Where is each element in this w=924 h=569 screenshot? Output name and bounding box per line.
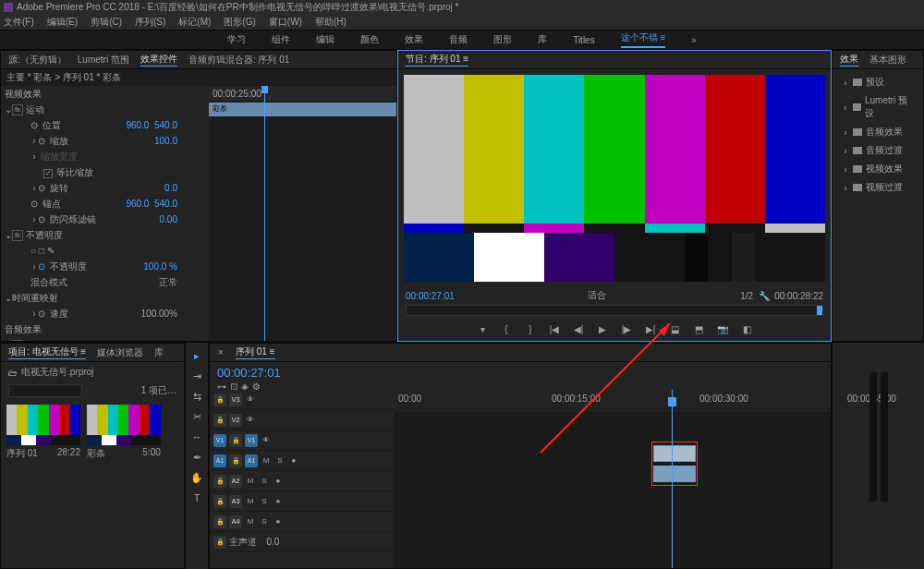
menu-window[interactable]: 窗口(W) xyxy=(269,16,302,29)
track-lock-icon[interactable]: 🔒 xyxy=(229,454,242,467)
fx-badge[interactable]: fx xyxy=(12,104,23,115)
mark-out-icon[interactable]: } xyxy=(524,322,537,335)
export-frame-icon[interactable]: 📷 xyxy=(716,322,729,335)
extract-icon[interactable]: ⬒ xyxy=(692,322,705,335)
media-browser-tab[interactable]: 媒体浏览器 xyxy=(97,346,143,359)
type-tool-icon[interactable]: T xyxy=(189,490,204,505)
stopwatch-icon[interactable]: ⊙ xyxy=(30,120,40,130)
timeline-ruler[interactable]: 00:00 00:00:15:00 00:00:30:00 00:00:45:0… xyxy=(395,390,831,412)
track-output-icon[interactable]: 👁 xyxy=(261,435,272,446)
menu-help[interactable]: 帮助(H) xyxy=(315,16,346,29)
menu-clip[interactable]: 剪辑(C) xyxy=(91,16,122,29)
v3-target[interactable]: V3 xyxy=(229,393,242,406)
stopwatch-icon[interactable]: ⊙ xyxy=(38,183,47,193)
project-clip-bars[interactable]: 彩条5:00 xyxy=(87,405,161,462)
essential-graphics-tab[interactable]: 基本图形 xyxy=(869,54,906,67)
mic-icon[interactable]: ● xyxy=(273,496,284,507)
menu-graphics[interactable]: 图形(G) xyxy=(224,16,255,29)
a3-target[interactable]: A3 xyxy=(229,495,242,508)
blend-mode-value[interactable]: 正常 xyxy=(159,276,177,289)
speed-value[interactable]: 100.00% xyxy=(141,309,177,319)
project-tab[interactable]: 项目: 电视无信号 ≡ xyxy=(8,345,86,359)
stopwatch-icon[interactable]: ⊙ xyxy=(38,214,47,224)
mic-icon[interactable]: ● xyxy=(273,476,284,487)
anchor-y[interactable]: 540.0 xyxy=(154,199,177,209)
fx-badge[interactable]: fx xyxy=(12,230,23,241)
ws-audio[interactable]: 音频 xyxy=(449,33,468,46)
scale-value[interactable]: 100.0 xyxy=(154,136,177,146)
program-tab[interactable]: 节目: 序列 01 ≡ xyxy=(406,53,468,67)
ws-libraries[interactable]: 库 xyxy=(538,33,547,46)
a1-source[interactable]: A1 xyxy=(213,454,226,467)
timeline-tab[interactable]: 序列 01 ≡ xyxy=(236,345,275,359)
ec-tab-audio-mixer[interactable]: 音频剪辑混合器: 序列 01 xyxy=(188,54,289,67)
time-remap-label[interactable]: 时间重映射 xyxy=(12,292,58,305)
mic-icon[interactable]: ● xyxy=(288,455,299,466)
ec-tab-source[interactable]: 源:（无剪辑） xyxy=(8,54,67,67)
razor-tool-icon[interactable]: ✂ xyxy=(189,409,204,424)
lift-icon[interactable]: ⬓ xyxy=(668,322,681,335)
v2-target[interactable]: V2 xyxy=(229,414,242,427)
a2-target[interactable]: A2 xyxy=(229,475,242,488)
track-lock-icon[interactable]: 🔒 xyxy=(213,475,226,488)
ws-overflow-icon[interactable]: » xyxy=(691,35,697,45)
menu-marker[interactable]: 标记(M) xyxy=(178,16,211,29)
ws-effects[interactable]: 效果 xyxy=(405,33,423,46)
ec-clip-bar[interactable]: 彩条 xyxy=(209,103,396,116)
uniform-scale-checkbox[interactable]: ✓ xyxy=(43,169,53,178)
mask-icons[interactable]: ○ □ ✎ xyxy=(5,246,55,256)
eff-presets[interactable]: ›预设 xyxy=(836,73,919,91)
ec-tab-effect-controls[interactable]: 效果控件 xyxy=(140,53,177,67)
project-search-input[interactable] xyxy=(8,384,82,397)
selection-tool-icon[interactable]: ▸ xyxy=(189,348,204,363)
opacity-value[interactable]: 100.0 % xyxy=(143,261,177,272)
ripple-edit-tool-icon[interactable]: ⇆ xyxy=(189,389,204,404)
mark-in-icon[interactable]: { xyxy=(500,322,513,335)
fx-badge[interactable]: fx xyxy=(12,340,23,342)
eff-lumetri[interactable]: ›Lumetri 预设 xyxy=(836,91,919,123)
hand-tool-icon[interactable]: ✋ xyxy=(189,470,204,485)
anchor-x[interactable]: 960.0 xyxy=(126,199,149,209)
ec-tab-lumetri[interactable]: Lumetri 范围 xyxy=(78,54,129,67)
eff-video-effects[interactable]: ›视频效果 xyxy=(836,160,919,178)
pen-tool-icon[interactable]: ✒ xyxy=(189,450,204,465)
program-scrubber[interactable] xyxy=(406,305,823,316)
program-fit-dropdown[interactable]: 适合 xyxy=(588,289,606,302)
ec-timeline[interactable]: 00:00:25:00 彩条 xyxy=(209,86,396,341)
step-back-icon[interactable]: ◀| xyxy=(572,322,585,335)
menu-file[interactable]: 文件(F) xyxy=(4,16,34,29)
track-lock-icon[interactable]: 🔒 xyxy=(213,414,226,427)
v1-source[interactable]: V1 xyxy=(213,434,226,447)
slip-tool-icon[interactable]: ↔ xyxy=(189,430,204,444)
ws-learn[interactable]: 学习 xyxy=(227,33,246,46)
program-tc-left[interactable]: 00:00:27:01 xyxy=(406,291,455,301)
ec-playhead[interactable] xyxy=(264,86,265,341)
eff-audio-effects[interactable]: ›音频效果 xyxy=(836,123,919,141)
timeline-clip-video[interactable] xyxy=(653,445,696,462)
stopwatch-icon[interactable]: ⊙ xyxy=(38,309,47,319)
comparison-icon[interactable]: ◧ xyxy=(740,322,753,335)
add-marker-icon[interactable]: ▾ xyxy=(476,322,489,335)
program-monitor[interactable] xyxy=(404,75,825,282)
a4-target[interactable]: A4 xyxy=(229,515,242,528)
ws-color[interactable]: 颜色 xyxy=(360,33,379,46)
eff-audio-trans[interactable]: ›音频过渡 xyxy=(836,141,919,160)
effects-tab[interactable]: 效果 xyxy=(840,53,858,67)
play-icon[interactable]: ▶ xyxy=(596,322,609,335)
motion-label[interactable]: 运动 xyxy=(26,103,44,116)
track-lock-icon[interactable]: 🔒 xyxy=(229,434,242,447)
timeline-playhead[interactable] xyxy=(672,390,673,568)
master-value[interactable]: 0.0 xyxy=(266,537,279,547)
timeline-clip-audio[interactable] xyxy=(653,466,696,482)
menu-sequence[interactable]: 序列(S) xyxy=(135,16,165,29)
track-lock-icon[interactable]: 🔒 xyxy=(213,495,226,508)
ws-editing[interactable]: 编辑 xyxy=(316,33,334,46)
ws-titles[interactable]: Titles xyxy=(573,35,595,45)
timeline-tracks[interactable]: 00:00 00:00:15:00 00:00:30:00 00:00:45:0… xyxy=(395,390,831,568)
track-select-tool-icon[interactable]: ⇥ xyxy=(189,369,204,383)
step-forward-icon[interactable]: |▶ xyxy=(620,322,633,335)
mic-icon[interactable]: ● xyxy=(273,516,284,527)
program-zoom[interactable]: 1/2 xyxy=(740,291,753,301)
wrench-icon[interactable]: 🔧 xyxy=(759,291,770,301)
v1-target[interactable]: V1 xyxy=(245,434,258,447)
